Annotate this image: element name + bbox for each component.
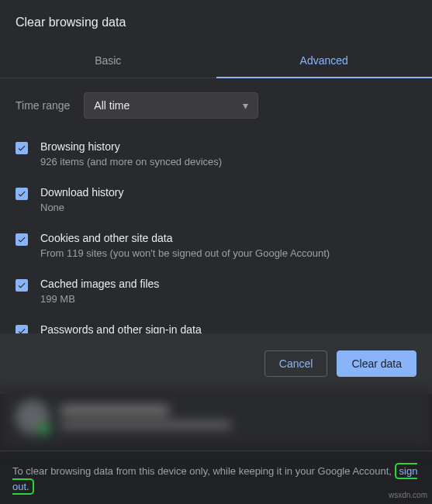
option-browsing-history: Browsing history 926 items (and more on … xyxy=(16,140,416,167)
checkbox-browsing-history[interactable] xyxy=(16,142,28,154)
option-subtitle: None xyxy=(40,202,416,213)
tab-advanced[interactable]: Advanced xyxy=(216,43,433,78)
option-cookies: Cookies and other site data From 119 sit… xyxy=(16,232,416,259)
option-title: Cached images and files xyxy=(40,278,416,290)
dialog-title: Clear browsing data xyxy=(0,0,432,43)
account-row xyxy=(0,386,432,448)
tabs: Basic Advanced xyxy=(0,43,432,78)
option-subtitle: 926 items (and more on synced devices) xyxy=(40,156,416,167)
time-range-value: All time xyxy=(94,99,130,112)
time-range-select[interactable]: All time ▾ xyxy=(84,92,258,119)
account-name xyxy=(60,406,169,415)
checkbox-download-history[interactable] xyxy=(16,188,28,200)
option-subtitle: From 119 sites (you won't be signed out … xyxy=(40,247,416,259)
option-title: Browsing history xyxy=(40,140,416,153)
option-download-history: Download history None xyxy=(16,186,416,213)
watermark: wsxdn.com xyxy=(389,491,427,499)
cancel-button[interactable]: Cancel xyxy=(264,350,328,377)
actions-bar: Cancel Clear data xyxy=(0,333,432,394)
footer-text: To clear browsing data from this device … xyxy=(0,450,432,495)
option-subtitle: 199 MB xyxy=(40,293,416,305)
footer-prefix: To clear browsing data from this device … xyxy=(12,465,395,477)
time-range-label: Time range xyxy=(16,99,70,112)
chevron-down-icon: ▾ xyxy=(243,99,248,112)
checkbox-cookies[interactable] xyxy=(16,233,28,246)
tab-basic[interactable]: Basic xyxy=(0,43,216,78)
avatar xyxy=(16,400,50,434)
option-cached: Cached images and files 199 MB xyxy=(16,278,416,305)
option-title: Download history xyxy=(40,186,416,198)
account-email xyxy=(60,421,231,429)
clear-data-button[interactable]: Clear data xyxy=(337,350,416,377)
option-title: Cookies and other site data xyxy=(40,232,416,244)
checkbox-cached[interactable] xyxy=(16,279,28,292)
